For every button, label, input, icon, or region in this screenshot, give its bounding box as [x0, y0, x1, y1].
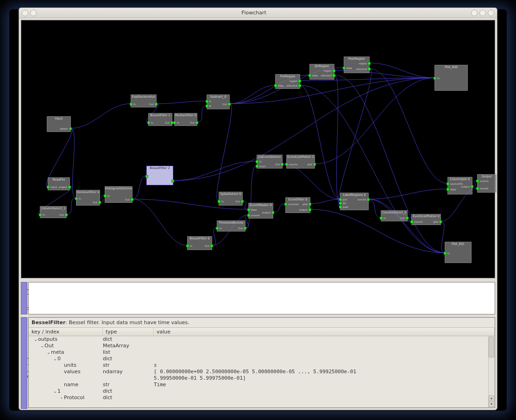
port[interactable] — [339, 198, 342, 201]
selected-node-tab[interactable]: Selected Node — [21, 317, 27, 409]
node-CaEventDetect[interactable]: CaEventDetect 0InlevelOut — [257, 155, 283, 169]
port[interactable] — [145, 175, 148, 178]
port[interactable] — [186, 244, 189, 247]
port[interactable] — [68, 186, 71, 188]
port[interactable] — [210, 244, 213, 247]
port[interactable] — [333, 69, 335, 72]
node-Input[interactable]: InputdataIn — [47, 116, 71, 132]
port[interactable] — [343, 67, 346, 69]
port[interactable] — [476, 180, 479, 182]
node-Output[interactable]: Outputeventsresults — [477, 174, 497, 193]
node-HistogramDetrend[interactable]: HistogramDetrendInOut — [105, 186, 132, 203]
port[interactable] — [298, 84, 301, 87]
port[interactable] — [308, 203, 311, 206]
port[interactable] — [171, 180, 174, 182]
tree-row[interactable]: valuesndarray[ 0.00000000e+00 2.50000000… — [29, 369, 495, 375]
app-menu-icon[interactable] — [22, 10, 28, 16]
node-ColumnSelect0[interactable]: ColumnSelect_0InOut — [381, 210, 408, 221]
port[interactable] — [339, 206, 342, 208]
node-BesselFilter1[interactable]: BesselFilter 1InOut — [148, 113, 172, 126]
tree-row[interactable]: ⌄outputsdict — [29, 336, 495, 343]
port[interactable] — [206, 105, 208, 107]
port[interactable] — [247, 208, 250, 211]
disclosure-icon[interactable]: ⌄ — [53, 356, 57, 362]
tree-body[interactable]: ⌄outputsdict⌄OutMetaArray⌄metalist⌄0dict… — [29, 336, 495, 407]
port[interactable] — [380, 217, 383, 219]
sticky-button[interactable] — [30, 10, 37, 16]
tree-row[interactable]: ⌄1dict — [29, 388, 495, 395]
port[interactable] — [69, 127, 72, 130]
node-Plot000[interactable]: Plot_000In — [434, 65, 468, 91]
port[interactable] — [155, 103, 157, 106]
node-PreRegion[interactable]: PreRegiondataregionselected — [275, 74, 300, 89]
node-ColumnJoin[interactable]: ColumnJoin 0sourceFiledataoutput — [447, 177, 472, 194]
maximize-button[interactable] — [479, 10, 486, 16]
port[interactable] — [218, 200, 220, 203]
tree-row[interactable]: ⌄OutMetaArray — [29, 343, 495, 349]
port[interactable] — [256, 165, 258, 168]
port[interactable] — [368, 68, 371, 70]
port[interactable] — [339, 202, 342, 205]
node-EventListPlotter0[interactable]: EventListPlotter 0eventsplot — [411, 214, 441, 225]
close-button[interactable] — [488, 10, 494, 16]
port[interactable] — [285, 163, 288, 166]
node-ColumnSelect1[interactable]: ColumnSelect_1InOut — [40, 206, 67, 218]
port[interactable] — [131, 198, 133, 201]
titlebar[interactable]: Flowchart — [19, 8, 497, 18]
disclosure-icon[interactable]: ⌄ — [53, 388, 57, 395]
flowchart-canvas[interactable]: InputdataInReadFileinputoutputColumnSele… — [21, 20, 495, 278]
scroll-up-icon[interactable]: ▴ — [489, 395, 494, 401]
port[interactable] — [75, 197, 78, 200]
disclosure-icon[interactable]: ⌄ — [33, 336, 38, 343]
node-BesselFilter0[interactable]: BesselFilter 0InOut — [187, 236, 212, 250]
port[interactable] — [298, 80, 301, 82]
port[interactable] — [271, 211, 274, 214]
node-LabelRegions[interactable]: LabelRegions 0predirpostevents — [340, 193, 369, 210]
port[interactable] — [410, 220, 413, 223]
port[interactable] — [447, 182, 449, 185]
disclosure-icon[interactable]: › — [59, 395, 64, 401]
port[interactable] — [434, 77, 436, 80]
scroll-down-icon[interactable]: ▾ — [489, 401, 494, 407]
port[interactable] — [216, 227, 219, 230]
port[interactable] — [39, 213, 42, 216]
port[interactable] — [281, 163, 283, 166]
hover-info-tab[interactable]: Hover Info — [21, 282, 27, 314]
tree-row[interactable]: ›Protocoldict — [29, 395, 495, 401]
node-Subtract[interactable]: Subtract_0ABOut — [207, 94, 230, 109]
column-type[interactable]: type — [103, 328, 154, 336]
node-ThresholdEvents[interactable]: ThresholdEvents 0InOut — [217, 220, 245, 232]
tree-scrollbar[interactable]: ▴ ▾ — [488, 336, 495, 407]
node-DirRegion[interactable]: DirRegiondataregionselected — [309, 64, 334, 80]
node-MedianFilter[interactable]: MedianFilter 0InOut — [174, 113, 197, 126]
port[interactable] — [333, 74, 335, 77]
port[interactable] — [476, 187, 479, 190]
port[interactable] — [47, 186, 50, 188]
port[interactable] — [130, 103, 132, 106]
tree-row[interactable]: ⌄0dict — [29, 356, 495, 362]
port[interactable] — [368, 62, 371, 65]
column-value[interactable]: value — [154, 328, 495, 336]
port[interactable] — [367, 198, 370, 201]
port[interactable] — [173, 121, 176, 124]
port[interactable] — [195, 121, 198, 124]
disclosure-icon[interactable]: ⌄ — [46, 349, 51, 356]
node-DenoiseFilter[interactable]: DenoiseFilter 0InOut — [76, 190, 100, 206]
port[interactable] — [206, 100, 208, 103]
port[interactable] — [241, 200, 244, 203]
port[interactable] — [98, 201, 101, 204]
tree-row[interactable]: 5.99950000e-01 5.99975000e-01] — [29, 375, 495, 382]
port[interactable] — [104, 194, 107, 197]
port[interactable] — [244, 227, 246, 230]
node-Plot001[interactable]: Plot_001In — [445, 242, 472, 263]
port[interactable] — [444, 252, 447, 255]
port[interactable] — [313, 163, 316, 166]
port[interactable] — [274, 84, 277, 87]
column-key[interactable]: key / index — [29, 328, 103, 336]
node-EventFilter[interactable]: EventFilter 0eventsInplotoutput — [285, 197, 310, 213]
port[interactable] — [256, 160, 258, 163]
node-SpikeDetect[interactable]: SpikeDetect 0InOut — [219, 192, 243, 206]
node-ExpDeconvolve[interactable]: ExpDeconvolve 1InOut — [131, 94, 157, 107]
port[interactable] — [447, 188, 449, 191]
port[interactable] — [147, 121, 150, 124]
